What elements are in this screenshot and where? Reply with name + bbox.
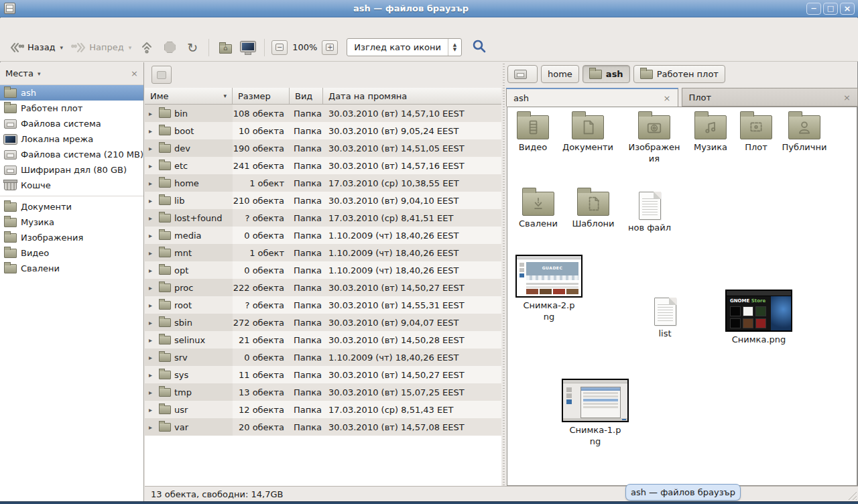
expander-icon[interactable]: ▸ bbox=[149, 319, 156, 326]
places-close-icon[interactable]: × bbox=[131, 68, 138, 78]
sidebar-place-item[interactable]: Локална мрежа bbox=[0, 131, 143, 147]
computer-button[interactable] bbox=[239, 40, 257, 56]
menu-item[interactable] bbox=[54, 25, 66, 27]
expander-icon[interactable]: ▸ bbox=[149, 197, 156, 204]
expander-icon[interactable]: ▸ bbox=[149, 214, 156, 222]
close-button[interactable] bbox=[840, 3, 855, 15]
icon-view-item[interactable]: GNOME Store Снимка.png bbox=[724, 290, 794, 345]
expander-icon[interactable]: ▸ bbox=[149, 424, 156, 431]
icon-view-item[interactable]: GUADEC Снимка-2.png bbox=[514, 255, 584, 322]
home-button[interactable]: ⌂ bbox=[217, 40, 234, 56]
minimize-button[interactable] bbox=[806, 3, 821, 15]
pane-splitter[interactable] bbox=[501, 62, 506, 486]
icon-view-item[interactable]: Снимка-1.png bbox=[560, 379, 630, 447]
back-dropdown-icon[interactable]: ▾ bbox=[60, 44, 64, 51]
up-button[interactable] bbox=[138, 40, 156, 56]
expander-icon[interactable]: ▸ bbox=[149, 371, 156, 379]
column-header-name[interactable]: Име ▾ bbox=[145, 88, 233, 104]
icon-view-item[interactable]: Документи bbox=[560, 115, 616, 153]
table-row[interactable]: ▸ proc 222 обекта Папка 30.03.2010 (вт) … bbox=[145, 279, 501, 296]
expander-icon[interactable]: ▸ bbox=[149, 354, 156, 361]
table-row[interactable]: ▸ var 20 обекта Папка 30.03.2010 (вт) 14… bbox=[145, 418, 501, 436]
table-row[interactable]: ▸ lost+found ? обекта Папка 17.03.2010 (… bbox=[145, 209, 501, 227]
breadcrumb-button[interactable]: Работен плот bbox=[633, 65, 725, 83]
icon-view-item[interactable]: нов файл bbox=[621, 192, 678, 233]
resize-grip[interactable] bbox=[847, 491, 857, 500]
menu-item[interactable] bbox=[42, 25, 54, 27]
column-header-size[interactable]: Размер bbox=[233, 88, 290, 104]
tab-close-icon[interactable]: × bbox=[664, 93, 671, 103]
sidebar-place-item[interactable]: Свалени bbox=[0, 261, 143, 276]
forward-dropdown-icon[interactable]: ▾ bbox=[129, 44, 132, 51]
zoom-out-button[interactable]: − bbox=[271, 40, 288, 55]
sidebar-place-item[interactable]: Работен плот bbox=[0, 101, 143, 116]
expander-icon[interactable]: ▸ bbox=[149, 180, 156, 187]
tab-close-icon[interactable]: × bbox=[843, 92, 851, 103]
table-row[interactable]: ▸ home 1 обект Папка 17.03.2010 (ср) 10,… bbox=[145, 174, 501, 192]
icon-view-item[interactable]: Видео bbox=[507, 115, 561, 153]
table-row[interactable]: ▸ bin 108 обекта Папка 30.03.2010 (вт) 1… bbox=[145, 105, 501, 122]
table-row[interactable]: ▸ usr 12 обекта Папка 17.03.2010 (ср) 8,… bbox=[145, 401, 501, 418]
icon-view-item[interactable]: Изображения bbox=[626, 115, 682, 164]
sidebar-place-item[interactable]: Видео bbox=[0, 245, 143, 261]
expander-icon[interactable]: ▸ bbox=[149, 145, 156, 152]
icon-view[interactable]: Видео Документи Изображения Музика Плот … bbox=[507, 107, 857, 486]
expander-icon[interactable]: ▸ bbox=[149, 110, 156, 117]
table-row[interactable]: ▸ opt 0 обекта Папка 1.10.2009 (чт) 18,4… bbox=[145, 261, 501, 279]
sidebar-place-item[interactable]: Кошче bbox=[0, 178, 143, 193]
table-row[interactable]: ▸ media 0 обекта Папка 1.10.2009 (чт) 18… bbox=[145, 227, 501, 244]
expander-icon[interactable]: ▸ bbox=[149, 249, 156, 257]
expander-icon[interactable]: ▸ bbox=[149, 232, 156, 239]
zoom-in-button[interactable]: + bbox=[322, 40, 338, 55]
table-row[interactable]: ▸ selinux 21 обекта Папка 30.03.2010 (вт… bbox=[145, 331, 501, 349]
icon-view-item[interactable]: list bbox=[637, 298, 693, 339]
expander-icon[interactable]: ▸ bbox=[149, 284, 156, 292]
sidebar-place-item[interactable]: Изображения bbox=[0, 230, 143, 245]
places-selector[interactable]: Места ▾ bbox=[5, 68, 40, 78]
view-mode-spinner-icon[interactable]: ▲▼ bbox=[448, 39, 461, 56]
view-mode-select[interactable]: Изглед като икони ▲▼ bbox=[347, 38, 462, 56]
table-row[interactable]: ▸ tmp 13 обекта Папка 30.03.2010 (вт) 15… bbox=[145, 383, 501, 401]
table-row[interactable]: ▸ dev 190 обекта Папка 30.03.2010 (вт) 1… bbox=[145, 139, 501, 157]
expander-icon[interactable]: ▸ bbox=[149, 406, 156, 414]
reload-button[interactable]: ↻ bbox=[184, 40, 201, 56]
maximize-button[interactable] bbox=[823, 3, 838, 15]
sidebar-place-item[interactable]: Файлова система (210 MB) bbox=[0, 147, 143, 162]
tab[interactable]: Плот × bbox=[682, 88, 858, 107]
expander-icon[interactable]: ▸ bbox=[149, 162, 156, 170]
table-row[interactable]: ▸ sbin 272 обекта Папка 30.03.2010 (вт) … bbox=[145, 314, 501, 331]
expander-icon[interactable]: ▸ bbox=[149, 336, 156, 344]
icon-view-item[interactable]: Шаблони bbox=[565, 192, 621, 229]
sidebar-place-item[interactable]: Документи bbox=[0, 199, 143, 214]
column-header-date[interactable]: Дата на промяна bbox=[323, 88, 501, 104]
icon-view-item[interactable]: Публични bbox=[776, 115, 833, 153]
expander-icon[interactable]: ▸ bbox=[149, 302, 156, 309]
expander-icon[interactable]: ▸ bbox=[149, 267, 156, 274]
table-row[interactable]: ▸ etc 241 обекта Папка 30.03.2010 (вт) 1… bbox=[145, 157, 501, 174]
table-row[interactable]: ▸ mnt 1 обект Папка 1.10.2009 (чт) 18,40… bbox=[145, 244, 501, 261]
breadcrumb-button[interactable]: home bbox=[541, 65, 579, 83]
menu-item[interactable] bbox=[66, 25, 78, 27]
sidebar-place-item[interactable]: Шифриран дял (80 GB) bbox=[0, 162, 143, 178]
search-button[interactable] bbox=[471, 38, 487, 56]
breadcrumb-button[interactable]: ash bbox=[583, 65, 630, 83]
stop-button[interactable] bbox=[161, 40, 178, 56]
sidebar-place-item[interactable]: ash bbox=[0, 85, 143, 101]
tab[interactable]: ash × bbox=[506, 88, 678, 107]
icon-view-item[interactable]: Свалени bbox=[510, 192, 566, 229]
pane-icon-button[interactable] bbox=[151, 66, 172, 84]
breadcrumb-button[interactable] bbox=[507, 65, 538, 83]
sidebar-place-item[interactable]: Музика bbox=[0, 214, 143, 230]
back-button[interactable]: Назад ▾ bbox=[5, 39, 67, 56]
menu-item[interactable] bbox=[5, 25, 17, 27]
sidebar-place-item[interactable]: Файлова система bbox=[0, 116, 143, 131]
table-row[interactable]: ▸ boot 10 обекта Папка 30.03.2010 (вт) 9… bbox=[145, 122, 501, 139]
table-row[interactable]: ▸ root ? обекта Папка 30.03.2010 (вт) 14… bbox=[145, 296, 501, 314]
table-row[interactable]: ▸ srv 0 обекта Папка 1.10.2009 (чт) 18,4… bbox=[145, 349, 501, 366]
table-row[interactable]: ▸ lib 210 обекта Папка 30.03.2010 (вт) 9… bbox=[145, 192, 501, 209]
menu-item[interactable] bbox=[29, 25, 42, 27]
expander-icon[interactable]: ▸ bbox=[149, 389, 156, 396]
column-header-type[interactable]: Вид bbox=[290, 88, 323, 104]
titlebar[interactable]: ash — файлов браузър bbox=[0, 0, 858, 17]
menu-item[interactable] bbox=[17, 25, 29, 27]
